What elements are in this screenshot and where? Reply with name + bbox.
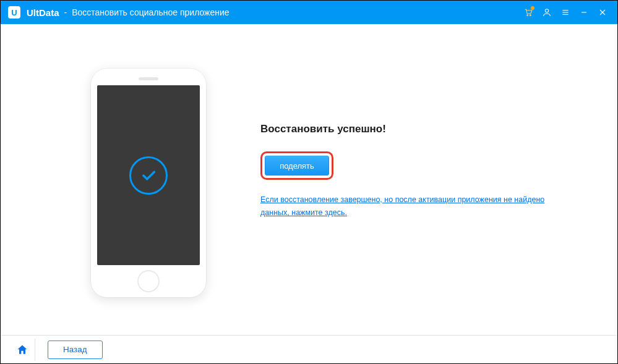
success-heading: Восстановить успешно! [260, 123, 576, 135]
phone-mockup [91, 69, 206, 297]
back-button[interactable]: Назад [48, 341, 103, 359]
share-button[interactable]: поделять [265, 156, 329, 176]
footer-bar: Назад [1, 335, 617, 363]
minimize-button[interactable] [575, 4, 593, 21]
app-logo: U [8, 6, 20, 19]
svg-point-1 [530, 15, 531, 16]
cart-icon[interactable] [520, 4, 537, 21]
help-link[interactable]: Если восстановление завершено, но после … [260, 193, 570, 220]
success-check-icon [129, 156, 168, 195]
close-button[interactable] [594, 4, 611, 21]
menu-icon[interactable] [557, 4, 574, 21]
main-content: Восстановить успешно! поделять Если восс… [1, 24, 617, 335]
window-subtitle: Восстановить социальное приложение [72, 7, 229, 17]
svg-point-2 [545, 9, 548, 12]
share-highlight: поделять [260, 151, 333, 180]
titlebar: U UltData - Восстановить социальное прил… [1, 1, 617, 24]
phone-screen [97, 85, 200, 265]
title-separator: - [64, 7, 67, 17]
home-button[interactable] [9, 339, 35, 361]
user-icon[interactable] [538, 4, 556, 21]
home-icon [16, 344, 28, 356]
svg-point-0 [527, 15, 528, 16]
result-panel: Восстановить успешно! поделять Если восс… [260, 123, 576, 220]
cart-notification-dot [531, 6, 534, 10]
phone-home-button [137, 270, 160, 292]
app-name: UltData [27, 7, 59, 18]
phone-speaker [139, 77, 158, 80]
